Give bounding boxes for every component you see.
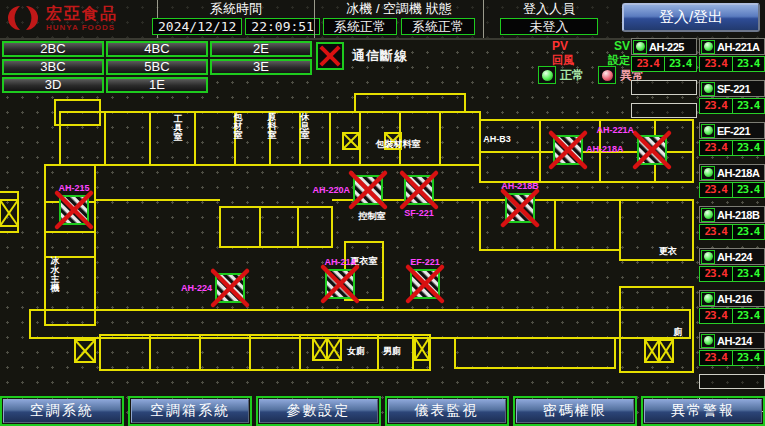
normal-led-icon (538, 66, 556, 84)
unit-pv-value: 23.4 (632, 57, 665, 71)
comm-loss-label: 通信斷線 (352, 47, 408, 65)
zone-button-grid: 2BC4BC2E3BC5BC3E3D1E (2, 41, 312, 93)
offline-unit-marker-ef-221[interactable]: EF-221 (408, 257, 442, 301)
room-label: 控制室 (358, 211, 386, 221)
nav-button-2[interactable]: 參數設定 (259, 399, 377, 423)
unit-sv-value: 23.4 (665, 57, 697, 71)
top-header-bar: 宏亞食品 HUNYA FOODS 系統時間 2024/12/12 22:09:5… (0, 0, 765, 40)
stair-x-icon (75, 340, 95, 362)
comm-loss-legend: 通信斷線 (316, 42, 408, 70)
unit-sv-value: 23.4 (733, 183, 765, 197)
ahu-tile-ah-214[interactable]: AH-21423.423.4 (699, 332, 765, 366)
nav-button-3[interactable]: 儀表監視 (388, 399, 506, 423)
stair-x-icon (415, 338, 429, 360)
ahu-tile-ah-216[interactable]: AH-21623.423.4 (699, 290, 765, 324)
offline-unit-label: EF-221 (410, 257, 440, 267)
unit-name: AH-216 (717, 293, 752, 305)
unit-status-led-icon (701, 82, 715, 96)
unit-name: SF-221 (717, 83, 750, 95)
nav-button-4[interactable]: 密碼權限 (516, 399, 634, 423)
ahu-tile-ah-225[interactable]: AH-22523.423.4 (631, 38, 697, 72)
unit-sv-value: 23.4 (733, 225, 765, 239)
nav-button-1[interactable]: 空調箱系統 (131, 399, 249, 423)
room-label: 休息室 (300, 112, 311, 140)
room-label: AH-B3 (483, 134, 511, 144)
offline-unit-marker-ah-224[interactable]: AH-224 (181, 271, 247, 305)
floor-plan: 工具室包材室原料室休息室包裝材料室AH-B3控制室更衣室冰水主機更衣廁女廁男廁 … (0, 92, 700, 398)
unit-sv-value: 23.4 (733, 141, 765, 155)
offline-unit-marker-ah-220a[interactable]: AH-220A (312, 173, 385, 207)
unit-sv-value: 23.4 (733, 57, 765, 71)
system-clock-value: 22:09:51 (245, 18, 320, 35)
unit-name: AH-224 (717, 251, 752, 263)
unit-status-led-icon (701, 124, 715, 138)
offline-unit-label: AH-215 (58, 183, 89, 193)
unit-pv-value: 23.4 (700, 141, 733, 155)
unit-name: EF-221 (717, 125, 750, 137)
login-user-value: 未登入 (500, 18, 598, 35)
nav-cell: 異常警報 (641, 396, 765, 426)
unit-pv-value: 23.4 (700, 351, 733, 365)
unit-name: AH-214 (717, 335, 752, 347)
comm-loss-x-icon (316, 42, 344, 70)
zone-button-3d[interactable]: 3D (2, 77, 104, 93)
unit-name: AH-218A (717, 167, 759, 179)
nav-button-5[interactable]: 異常警報 (644, 399, 762, 423)
system-time-label: 系統時間 (158, 0, 314, 17)
offline-unit-marker-ah-218a[interactable]: AH-218A (551, 133, 624, 167)
offline-unit-marker-ah-215[interactable]: AH-215 (57, 183, 91, 227)
unit-pv-value: 23.4 (700, 267, 733, 281)
login-logout-button[interactable]: 登入/登出 (622, 3, 760, 32)
brand-logo-icon (6, 2, 40, 34)
machine-status-section: 冰機 / 空調機 狀態 系統正常 系統正常 (314, 0, 483, 38)
unit-sv-value: 23.4 (733, 99, 765, 113)
offline-unit-label: AH-224 (181, 283, 212, 293)
offline-unit-label: SF-221 (404, 208, 434, 218)
zone-button-2e[interactable]: 2E (210, 41, 312, 57)
stair-x-icon (0, 200, 18, 226)
stair-x-icon (343, 133, 359, 149)
login-user-label: 登入人員 (484, 0, 614, 17)
offline-unit-label: AH-221A (596, 125, 634, 135)
ahu-tile-ah-221a[interactable]: AH-221A23.423.4 (699, 38, 765, 72)
normal-legend-label: 正常 (560, 67, 584, 84)
unit-status-led-icon (701, 334, 715, 348)
offline-unit-label: AH-218A (586, 144, 624, 154)
zone-button-5bc[interactable]: 5BC (106, 59, 208, 75)
offline-unit-marker-sf-221[interactable]: SF-221 (402, 173, 436, 218)
offline-unit-marker-ah-214[interactable]: AH-214 (323, 257, 357, 301)
ahu-tile-ef-221[interactable]: EF-22123.423.4 (699, 122, 765, 156)
empty-unit-slot (699, 374, 765, 389)
zone-button-1e[interactable]: 1E (106, 77, 208, 93)
nav-button-0[interactable]: 空調系統 (3, 399, 121, 423)
ahu-tile-ah-218b[interactable]: AH-218B23.423.4 (699, 206, 765, 240)
ahu-status-value: 系統正常 (401, 18, 475, 35)
machine-status-label: 冰機 / 空調機 狀態 (315, 0, 483, 17)
offline-unit-marker-ah-218b[interactable]: AH-218B (501, 181, 539, 225)
login-section: 登入人員 未登入 (483, 0, 614, 38)
offline-unit-label: AH-214 (324, 257, 355, 267)
status-legend: 正常 異常 (538, 66, 644, 84)
brand-section: 宏亞食品 HUNYA FOODS (0, 0, 156, 38)
offline-unit-label: AH-220A (312, 185, 350, 195)
room-label: 更衣 (659, 246, 677, 256)
room-label: 原料室 (267, 112, 278, 140)
ahu-tile-ah-224[interactable]: AH-22423.423.4 (699, 248, 765, 282)
unit-status-led-icon (701, 40, 715, 54)
unit-status-led-icon (701, 250, 715, 264)
unit-pv-value: 23.4 (700, 225, 733, 239)
room-label: 冰水主機 (50, 256, 61, 293)
unit-status-led-icon (701, 166, 715, 180)
zone-button-3bc[interactable]: 3BC (2, 59, 104, 75)
unit-status-led-icon (701, 208, 715, 222)
abnormal-led-icon (598, 66, 616, 84)
ahu-tile-ah-218a[interactable]: AH-218A23.423.4 (699, 164, 765, 198)
pv-header: PV (552, 39, 568, 53)
stair-x-icon (645, 340, 659, 362)
unit-sv-value: 23.4 (733, 267, 765, 281)
ahu-tile-sf-221[interactable]: SF-22123.423.4 (699, 80, 765, 114)
unit-pv-value: 23.4 (700, 99, 733, 113)
zone-button-4bc[interactable]: 4BC (106, 41, 208, 57)
zone-button-2bc[interactable]: 2BC (2, 41, 104, 57)
zone-button-3e[interactable]: 3E (210, 59, 312, 75)
